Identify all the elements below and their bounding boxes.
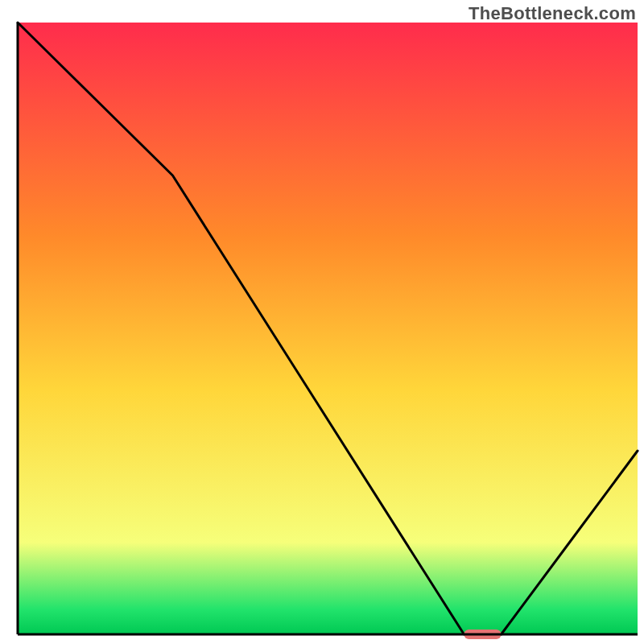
chart-container: TheBottleneck.com [0, 0, 644, 644]
watermark-text: TheBottleneck.com [469, 3, 636, 24]
bottleneck-chart [0, 0, 644, 644]
